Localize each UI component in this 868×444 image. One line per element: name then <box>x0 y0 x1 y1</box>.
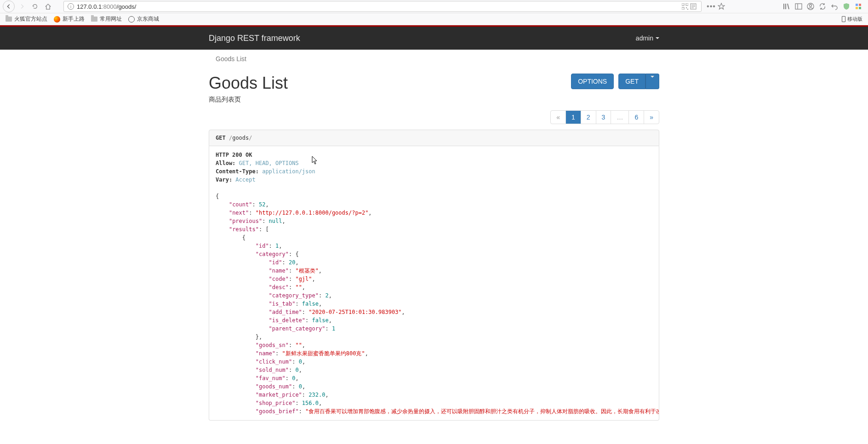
page-title: Goods List <box>209 74 288 93</box>
qr-icon[interactable] <box>681 2 689 11</box>
url-host: 127.0.0.1 <box>77 3 102 10</box>
firefox-icon <box>54 16 60 23</box>
globe-icon <box>128 16 135 23</box>
home-button[interactable] <box>42 1 53 12</box>
svg-rect-19 <box>859 7 861 9</box>
url-path: /goods/ <box>117 3 137 10</box>
page-3[interactable]: 3 <box>596 111 611 124</box>
page-description: 商品列表页 <box>209 96 288 104</box>
caret-down-icon <box>651 76 654 85</box>
sidebar-icon[interactable] <box>794 2 803 11</box>
breadcrumb-item[interactable]: Goods List <box>216 55 246 63</box>
svg-rect-2 <box>682 7 684 10</box>
brand[interactable]: Django REST framework <box>209 34 300 43</box>
svg-point-15 <box>810 5 812 7</box>
svg-rect-16 <box>856 4 858 6</box>
mobile-icon <box>842 16 845 22</box>
bookmark-item[interactable]: 京东商城 <box>128 15 159 23</box>
url-port: :8000 <box>102 3 117 10</box>
request-path: goods <box>232 135 249 141</box>
user-name: admin <box>636 34 653 42</box>
back-button[interactable] <box>3 0 15 12</box>
folder-icon <box>91 17 97 22</box>
extension-icon[interactable] <box>854 2 862 11</box>
svg-rect-12 <box>795 4 802 9</box>
get-button-group: GET <box>618 74 659 89</box>
page-6[interactable]: 6 <box>629 111 644 124</box>
url-bar[interactable]: i 127.0.0.1:8000/goods/ <box>63 1 702 12</box>
get-dropdown-button[interactable] <box>645 74 659 89</box>
bookmark-star-icon[interactable] <box>717 2 725 11</box>
undo-icon[interactable] <box>830 2 839 11</box>
info-icon[interactable]: i <box>68 3 74 10</box>
svg-rect-1 <box>686 3 688 6</box>
bookmark-item[interactable]: 新手上路 <box>54 15 85 23</box>
svg-rect-17 <box>859 4 861 6</box>
folder-icon <box>6 17 12 22</box>
reader-icon[interactable] <box>689 2 697 11</box>
options-button[interactable]: OPTIONS <box>571 74 614 89</box>
bookmark-label: 京东商城 <box>137 15 159 23</box>
shield-icon[interactable] <box>842 2 851 11</box>
page-ellipsis: … <box>611 111 628 124</box>
request-method: GET <box>216 135 226 141</box>
response-body: HTTP 200 OK Allow: GET, HEAD, OPTIONS Co… <box>209 146 659 421</box>
browser-toolbar: i 127.0.0.1:8000/goods/ ••• <box>0 0 868 13</box>
page-2[interactable]: 2 <box>581 111 596 124</box>
mobile-toggle[interactable]: 移动版 <box>842 16 862 23</box>
page-next[interactable]: » <box>644 111 659 124</box>
bookmark-label: 新手上路 <box>63 15 85 23</box>
svg-rect-4 <box>687 9 688 10</box>
request-info: GET /goods/ <box>209 130 659 146</box>
pagination: « 1 2 3 … 6 » <box>551 110 659 124</box>
account-icon[interactable] <box>806 2 815 11</box>
page-1[interactable]: 1 <box>566 111 581 124</box>
caret-down-icon <box>656 37 659 39</box>
svg-rect-3 <box>686 7 687 8</box>
svg-rect-18 <box>856 7 858 9</box>
bookmark-item[interactable]: 火狐官方站点 <box>6 15 47 23</box>
svg-line-11 <box>788 4 789 9</box>
get-button[interactable]: GET <box>618 74 645 89</box>
browser-chrome: i 127.0.0.1:8000/goods/ ••• 火狐官方站点 新手上路 … <box>0 0 868 25</box>
library-icon[interactable] <box>782 2 791 11</box>
bookmark-label: 常用网址 <box>100 15 122 23</box>
svg-rect-0 <box>682 3 684 6</box>
sync-icon[interactable] <box>818 2 827 11</box>
drf-navbar: Django REST framework admin <box>0 27 868 50</box>
user-menu[interactable]: admin <box>636 34 659 42</box>
more-icon[interactable]: ••• <box>707 2 715 11</box>
bookmark-label: 火狐官方站点 <box>14 15 47 23</box>
reload-button[interactable] <box>29 1 40 12</box>
mobile-label: 移动版 <box>847 16 862 23</box>
forward-button <box>17 1 28 12</box>
bookmark-item[interactable]: 常用网址 <box>91 15 122 23</box>
breadcrumb: Goods List <box>209 50 659 68</box>
bookmarks-bar: 火狐官方站点 新手上路 常用网址 京东商城 移动版 <box>0 13 868 25</box>
page-prev[interactable]: « <box>551 111 565 124</box>
